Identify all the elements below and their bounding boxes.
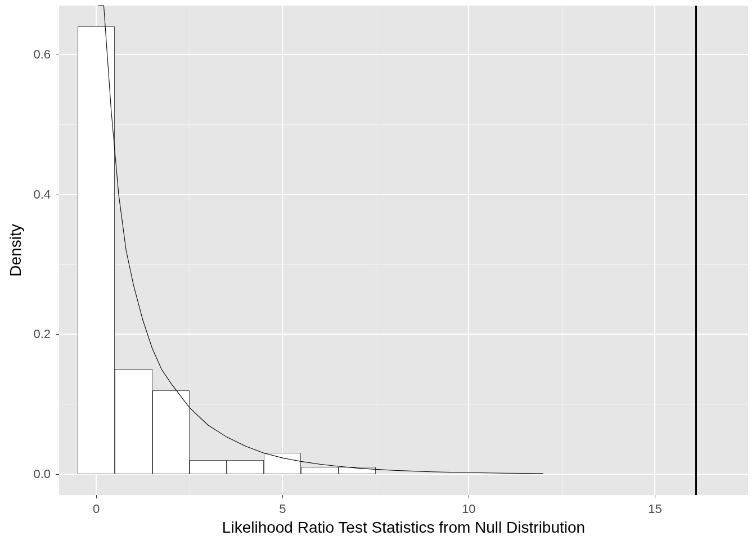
plot-panel bbox=[59, 6, 748, 495]
y-tick-label: 0.4 bbox=[33, 187, 51, 202]
lrt-null-distribution-histogram: 0.00.20.40.6 051015 Likelihood Ratio Tes… bbox=[0, 0, 756, 540]
y-axis-title: Density bbox=[7, 224, 25, 276]
y-tick-label: 0.2 bbox=[33, 327, 51, 341]
observed-statistic-vline bbox=[695, 6, 697, 495]
x-tick-label: 5 bbox=[279, 502, 286, 516]
density-curve bbox=[59, 6, 748, 495]
x-tick-label: 0 bbox=[93, 502, 100, 516]
x-tick-label: 15 bbox=[648, 502, 662, 516]
y-tick-label: 0.6 bbox=[33, 47, 51, 62]
y-tick-label: 0.0 bbox=[33, 467, 51, 482]
x-axis-title: Likelihood Ratio Test Statistics from Nu… bbox=[59, 519, 748, 537]
x-tick-label: 10 bbox=[462, 502, 475, 516]
